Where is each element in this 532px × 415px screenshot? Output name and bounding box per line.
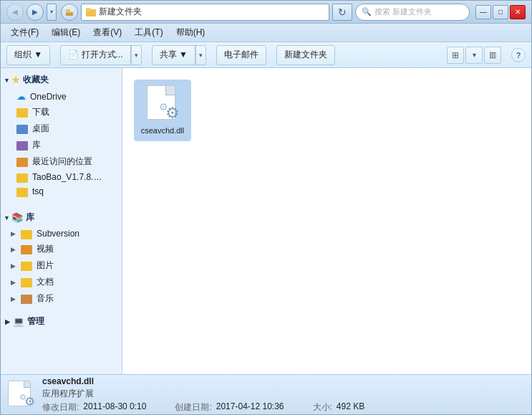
recent-folder-icon (16, 158, 28, 167)
sidebar-item-recent[interactable]: 最近访问的位置 (1, 153, 122, 170)
back-button[interactable]: ◀ (6, 4, 24, 21)
sidebar-item-pictures[interactable]: ▶ 图片 (1, 257, 122, 274)
open-with-button[interactable]: 📄 打开方式... (61, 45, 130, 65)
status-info: cseavchd.dll 应用程序扩展 修改日期: 2011-08-30 0:1… (42, 376, 364, 414)
new-folder-group: 新建文件夹 (276, 45, 335, 65)
status-details: 修改日期: 2011-08-30 0:10 创建日期: 2017-04-12 1… (42, 401, 364, 414)
close-button[interactable]: ✕ (510, 5, 526, 19)
view-mode-button[interactable]: ⊞ (447, 47, 464, 64)
documents-folder-icon (21, 278, 32, 287)
sidebar-item-label: 视频 (37, 243, 54, 255)
sidebar-item-music[interactable]: ▶ 音乐 (1, 290, 122, 307)
menu-help[interactable]: 帮助(H) (170, 25, 211, 40)
sidebar-item-library[interactable]: 库 (1, 137, 122, 153)
expand-arrow-icon: ▶ (11, 246, 16, 253)
view-mode-icon: ⊞ (452, 50, 459, 60)
sidebar-item-onedrive[interactable]: ☁ OneDrive (1, 89, 122, 104)
sidebar-item-downloads[interactable]: 下载 (1, 104, 122, 120)
sidebar-item-taobao[interactable]: TaoBao_V1.7.8.10.. (1, 170, 122, 184)
up-button[interactable] (61, 4, 78, 21)
titlebar-controls: — □ ✕ (475, 5, 526, 19)
sidebar-item-video[interactable]: ▶ 视频 (1, 241, 122, 257)
onedrive-icon: ☁ (16, 91, 26, 102)
chevron-down-icon: ▾ (5, 214, 9, 221)
address-bar[interactable]: 新建文件夹 (81, 4, 329, 21)
library-header[interactable]: ▾ 📚 库 (1, 209, 122, 226)
taobao-folder-icon (16, 173, 28, 183)
favorites-section: ▾ ★ 收藏夹 ☁ OneDrive 下载 桌面 (1, 68, 122, 201)
forward-button[interactable]: ▶ (26, 4, 44, 21)
subversion-folder-icon (21, 230, 32, 239)
expand-arrow-icon: ▶ (11, 230, 16, 237)
organize-group: 组织 ▼ (6, 45, 50, 65)
search-icon: 🔍 (362, 7, 372, 16)
search-bar[interactable]: 🔍 搜索 新建文件夹 (355, 4, 470, 21)
menu-view[interactable]: 查看(V) (87, 25, 127, 40)
chevron-right-icon: ▶ (5, 318, 10, 325)
size-value: 492 KB (337, 401, 364, 414)
sidebar-item-label: Subversion (37, 229, 79, 239)
created-label: 创建日期: (175, 401, 211, 414)
menu-tools[interactable]: 工具(T) (129, 25, 168, 40)
downloads-folder-icon (16, 108, 28, 118)
share-dropdown[interactable]: ▾ (195, 45, 205, 65)
sidebar-item-label: 库 (32, 139, 41, 151)
nav-dropdown[interactable]: ▾ (47, 4, 57, 21)
sidebar-item-tsq[interactable]: tsq (1, 184, 122, 199)
sidebar-item-subversion[interactable]: ▶ Subversion (1, 226, 122, 241)
file-item-dll[interactable]: ⚙ ⚙ cseavchd.dll (134, 80, 191, 141)
organize-button[interactable]: 组织 ▼ (7, 45, 49, 65)
dll-file-icon: ⚙ ⚙ (145, 85, 180, 123)
more-header[interactable]: ▶ 💻 管理 (1, 313, 122, 330)
share-group: 共享 ▼ ▾ (152, 45, 206, 65)
gear-large-icon: ⚙ (165, 104, 180, 123)
size-label: 大小: (313, 401, 332, 414)
svg-rect-1 (66, 9, 70, 13)
help-button[interactable]: ? (511, 48, 526, 62)
sidebar-item-documents[interactable]: ▶ 文档 (1, 274, 122, 290)
library-label: 库 (26, 211, 34, 224)
video-folder-icon (21, 245, 32, 254)
open-with-dropdown[interactable]: ▾ (131, 45, 141, 65)
expand-arrow-icon: ▶ (11, 279, 16, 286)
favorites-header[interactable]: ▾ ★ 收藏夹 (1, 71, 122, 89)
main-content: ▾ ★ 收藏夹 ☁ OneDrive 下载 桌面 (1, 68, 531, 374)
new-folder-button[interactable]: 新建文件夹 (277, 45, 334, 65)
address-text: 新建文件夹 (99, 6, 142, 18)
titlebar: ◀ ▶ ▾ 新建文件夹 ↻ 🔍 搜索 新建文件夹 — (1, 1, 531, 24)
desktop-folder-icon (16, 125, 28, 134)
refresh-button[interactable]: ↻ (332, 4, 352, 21)
refresh-icon: ↻ (338, 6, 347, 18)
minimize-button[interactable]: — (475, 5, 491, 19)
share-button[interactable]: 共享 ▼ (153, 45, 195, 65)
email-button[interactable]: 电子邮件 (217, 45, 266, 65)
maximize-button[interactable]: □ (493, 5, 508, 19)
favorites-star-icon: ★ (11, 75, 20, 85)
view-controls: ⊞ ▾ ▥ (447, 47, 501, 64)
pane-icon: ▥ (489, 50, 496, 59)
menu-file[interactable]: 文件(F) (5, 25, 44, 40)
sidebar-item-label: 桌面 (32, 123, 49, 135)
status-created: 创建日期: 2017-04-12 10:36 (175, 401, 284, 414)
pane-button[interactable]: ▥ (484, 47, 501, 64)
svg-rect-3 (86, 8, 91, 11)
email-group: 电子邮件 (216, 45, 266, 65)
status-filetype: 应用程序扩展 (42, 388, 364, 400)
pictures-folder-icon (21, 262, 32, 271)
open-with-group: 📄 打开方式... ▾ (60, 45, 141, 65)
menu-edit[interactable]: 编辑(E) (46, 25, 86, 40)
sidebar-item-desktop[interactable]: 桌面 (1, 120, 122, 137)
library-section: ▾ 📚 库 ▶ Subversion ▶ 视频 ▶ (1, 206, 122, 310)
more-label: 管理 (27, 315, 44, 328)
explorer-window: ◀ ▶ ▾ 新建文件夹 ↻ 🔍 搜索 新建文件夹 — (0, 0, 532, 415)
status-filename: cseavchd.dll (42, 376, 364, 386)
view-dropdown-button[interactable]: ▾ (465, 47, 483, 64)
modified-value: 2011-08-30 0:10 (83, 401, 146, 414)
toolbar: 组织 ▼ 📄 打开方式... ▾ 共享 ▼ ▾ 电子邮件 新建文件夹 ⊞ ▾ ▥ (1, 42, 531, 68)
file-area: ⚙ ⚙ cseavchd.dll (122, 68, 531, 374)
help-icon: ? (516, 51, 521, 59)
status-modified: 修改日期: 2011-08-30 0:10 (42, 401, 146, 414)
sidebar-item-label: 下载 (32, 106, 49, 118)
status-file-icon: ⚙ ⚙ (6, 381, 35, 409)
chevron-down-icon: ▾ (5, 77, 9, 84)
